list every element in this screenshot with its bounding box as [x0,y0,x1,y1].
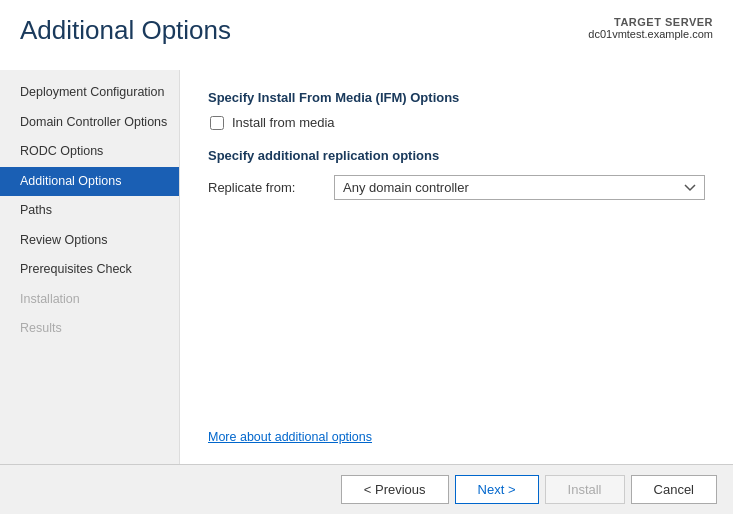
sidebar-item-additional-options[interactable]: Additional Options [0,167,179,197]
sidebar-item-results: Results [0,314,179,344]
sidebar: Deployment Configuration Domain Controll… [0,70,180,464]
replicate-section: Specify additional replication options R… [208,148,705,200]
replication-heading: Specify additional replication options [208,148,705,163]
cancel-button[interactable]: Cancel [631,475,717,504]
replicate-from-dropdown[interactable]: Any domain controller <Site> Specify a d… [334,175,705,200]
replicate-row: Replicate from: Any domain controller <S… [208,175,705,200]
install-button[interactable]: Install [545,475,625,504]
sidebar-item-rodc-options[interactable]: RODC Options [0,137,179,167]
header: Additional Options TARGET SERVER dc01vmt… [0,0,733,70]
install-from-media-checkbox[interactable] [210,116,224,130]
content-area: Specify Install From Media (IFM) Options… [180,70,733,464]
sidebar-item-review-options[interactable]: Review Options [0,226,179,256]
ifm-heading: Specify Install From Media (IFM) Options [208,90,705,105]
target-server-label: TARGET SERVER [588,16,713,28]
next-button[interactable]: Next > [455,475,539,504]
target-server-value: dc01vmtest.example.com [588,28,713,40]
replicate-from-label: Replicate from: [208,180,318,195]
sidebar-item-prerequisites-check[interactable]: Prerequisites Check [0,255,179,285]
page-title: Additional Options [20,16,231,45]
install-from-media-label[interactable]: Install from media [232,115,335,130]
sidebar-item-domain-controller-options[interactable]: Domain Controller Options [0,108,179,138]
footer: < Previous Next > Install Cancel [0,464,733,514]
body-area: Deployment Configuration Domain Controll… [0,70,733,464]
sidebar-item-deployment-configuration[interactable]: Deployment Configuration [0,78,179,108]
sidebar-item-paths[interactable]: Paths [0,196,179,226]
previous-button[interactable]: < Previous [341,475,449,504]
main-window: Additional Options TARGET SERVER dc01vmt… [0,0,733,514]
install-from-media-row: Install from media [208,115,705,130]
more-about-link[interactable]: More about additional options [208,410,705,444]
target-server-block: TARGET SERVER dc01vmtest.example.com [588,16,713,40]
sidebar-item-installation: Installation [0,285,179,315]
